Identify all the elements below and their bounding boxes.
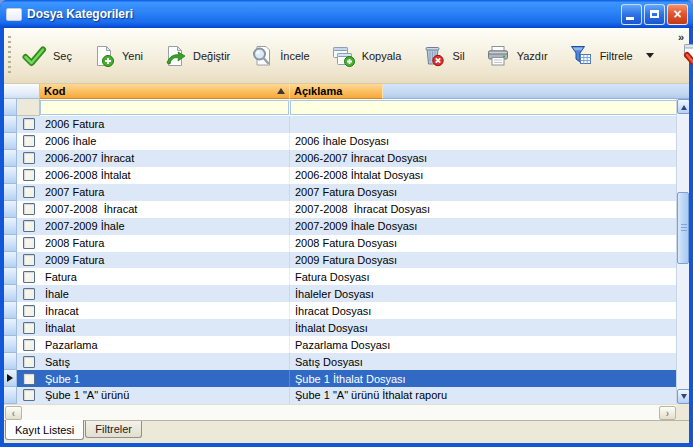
inspect-button[interactable]: İncele — [243, 39, 320, 73]
cell-kod: Satış — [40, 353, 290, 370]
scrollbar-corner — [676, 404, 689, 420]
row-checkbox-cell — [17, 201, 40, 218]
row-checkbox[interactable] — [23, 118, 35, 130]
cell-kod: 2007-2009 İhale — [40, 218, 290, 235]
cell-aciklama: Şube 1 "A" ürünü İthalat raporu — [290, 387, 676, 404]
row-indicator-cell — [4, 150, 17, 167]
minimize-button[interactable] — [621, 4, 642, 25]
titlebar[interactable]: Dosya Kategorileri × — [0, 0, 693, 28]
row-checkbox[interactable] — [23, 220, 35, 232]
row-indicator-header — [4, 84, 40, 99]
column-header-kod[interactable]: Kod — [40, 84, 290, 99]
column-header-aciklama[interactable]: Açıklama — [290, 84, 383, 99]
row-indicator-cell — [4, 285, 17, 302]
horizontal-scrollbar-band: ‹ › — [4, 404, 689, 420]
apply-red-check-icon — [679, 42, 693, 69]
table-row[interactable]: 2007-2009 İhale 2007-2009 İhale Dosyası — [4, 218, 676, 235]
table-row[interactable]: Şube 1 "A" ürünü Şube 1 "A" ürünü İthala… — [4, 387, 676, 404]
row-checkbox-cell — [17, 167, 40, 184]
table-row[interactable]: 2006-2008 İhtalat 2006-2008 İhtalat Dosy… — [4, 167, 676, 184]
row-indicator-cell — [4, 387, 17, 404]
table-row[interactable]: 2008 Fatura 2008 Fatura Dosyası — [4, 235, 676, 252]
bottom-tab-bar: Kayıt Listesi Filtreler — [4, 420, 689, 443]
row-indicator-cell — [4, 201, 17, 218]
cell-kod: 2006-2007 İhracat — [40, 150, 290, 167]
copy-button[interactable]: Kopyala — [323, 39, 413, 73]
table-row[interactable]: 2006-2007 İhracat 2006-2007 İhracat Dosy… — [4, 150, 676, 167]
row-checkbox[interactable] — [23, 237, 35, 249]
vertical-scrollbar[interactable] — [676, 99, 689, 404]
row-indicator-cell — [4, 218, 17, 235]
tab-kayit-listesi[interactable]: Kayıt Listesi — [5, 420, 84, 440]
table-row[interactable]: 2006 İhale 2006 İhale Dosyası — [4, 133, 676, 150]
magnifier-document-icon — [250, 44, 274, 68]
row-indicator-cell — [4, 319, 17, 336]
row-checkbox[interactable] — [23, 254, 35, 266]
toolbar-grip-handle[interactable] — [8, 36, 12, 75]
scroll-down-button[interactable] — [677, 389, 689, 404]
table-row[interactable]: İhale İhaleler Dosyası — [4, 285, 676, 302]
table-row[interactable]: 2007 Fatura 2007 Fatura Dosyası — [4, 184, 676, 201]
row-indicator-cell — [4, 268, 17, 285]
scroll-right-button[interactable]: › — [659, 406, 676, 420]
table-row[interactable]: Satış Satış Dosyası — [4, 353, 676, 370]
cell-aciklama: 2008 Fatura Dosyası — [290, 235, 676, 252]
cell-kod: 2009 Fatura — [40, 252, 290, 269]
filter-input-kod[interactable] — [40, 100, 289, 115]
row-checkbox-cell — [17, 336, 40, 353]
edit-document-arrow-icon — [163, 44, 187, 68]
table-row[interactable]: 2007-2008 İhracat 2007-2008 İhracat Dosy… — [4, 201, 676, 218]
toolbar-overflow-chevron[interactable]: » — [678, 31, 683, 43]
delete-button[interactable]: Sil — [414, 39, 475, 73]
table-row[interactable]: 2006 Fatura — [4, 116, 676, 133]
table-row[interactable]: Fatura Fatura Dosyası — [4, 268, 676, 285]
row-checkbox[interactable] — [23, 356, 35, 368]
row-checkbox[interactable] — [23, 186, 35, 198]
table-row[interactable]: 2009 Fatura 2009 Fatura Dosyası — [4, 252, 676, 269]
row-checkbox-cell — [17, 370, 40, 387]
new-document-plus-icon — [92, 44, 116, 68]
cell-kod: 2006-2008 İhtalat — [40, 167, 290, 184]
row-checkbox[interactable] — [23, 288, 35, 300]
row-checkbox[interactable] — [23, 339, 35, 351]
row-checkbox[interactable] — [23, 135, 35, 147]
new-button[interactable]: Yeni — [85, 39, 154, 73]
vertical-scrollbar-thumb[interactable] — [677, 192, 689, 264]
column-header-aciklama-label: Açıklama — [294, 85, 342, 97]
print-button[interactable]: Yazdır — [478, 39, 559, 73]
cell-aciklama: Satış Dosyası — [290, 353, 676, 370]
row-checkbox[interactable] — [23, 152, 35, 164]
row-checkbox[interactable] — [23, 389, 35, 401]
scroll-up-button[interactable] — [677, 99, 689, 114]
tab-filtreler[interactable]: Filtreler — [85, 421, 142, 438]
trash-delete-icon — [421, 44, 446, 68]
row-checkbox[interactable] — [23, 373, 35, 385]
window-form-icon — [6, 8, 22, 21]
scroll-left-button[interactable]: ‹ — [5, 406, 22, 420]
table-row[interactable]: İhracat İhracat Dosyası — [4, 302, 676, 319]
row-checkbox-cell — [17, 302, 40, 319]
filter-checkbox-cell — [17, 99, 40, 116]
filter-button[interactable]: Filtrele — [561, 38, 644, 73]
row-checkbox[interactable] — [23, 169, 35, 181]
horizontal-scrollbar[interactable]: ‹ › — [4, 404, 676, 420]
filter-input-aciklama[interactable] — [290, 100, 687, 115]
close-button[interactable]: × — [667, 4, 688, 25]
filter-dropdown-arrow[interactable] — [646, 53, 654, 62]
select-button[interactable]: Seç — [14, 39, 83, 73]
cell-aciklama: İhaleler Dosyası — [290, 285, 676, 302]
cell-kod: Fatura — [40, 268, 290, 285]
edit-button[interactable]: Değiştir — [156, 39, 241, 73]
row-checkbox[interactable] — [23, 203, 35, 215]
row-checkbox[interactable] — [23, 305, 35, 317]
table-row[interactable]: Pazarlama Pazarlama Dosyası — [4, 336, 676, 353]
row-checkbox-cell — [17, 150, 40, 167]
table-row[interactable]: İthalat İthalat Dosyası — [4, 319, 676, 336]
table-row[interactable]: Şube 1 Şube 1 İthalat Dosyası — [4, 370, 676, 387]
row-checkbox[interactable] — [23, 271, 35, 283]
maximize-button[interactable] — [644, 4, 665, 25]
row-indicator-cell — [4, 252, 17, 269]
row-indicator-cell — [4, 302, 17, 319]
row-checkbox[interactable] — [23, 322, 35, 334]
window-controls: × — [621, 4, 688, 25]
